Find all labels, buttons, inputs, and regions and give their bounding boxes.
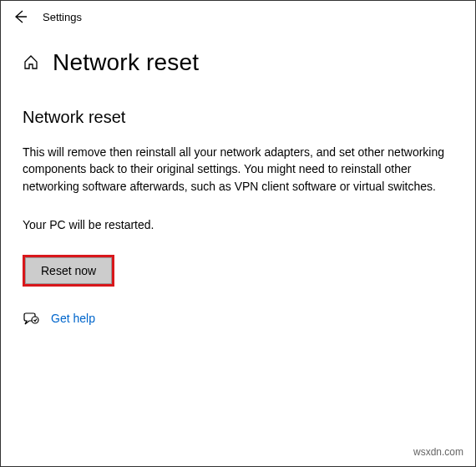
back-button[interactable]	[13, 9, 28, 24]
page-title: Network reset	[53, 49, 199, 76]
arrow-left-icon	[13, 9, 28, 24]
watermark: wsxdn.com	[413, 446, 463, 458]
description-text: This will remove then reinstall all your…	[23, 144, 448, 195]
svg-point-0	[32, 317, 38, 323]
help-icon	[23, 310, 39, 327]
section-heading: Network reset	[23, 108, 453, 127]
get-help-link[interactable]: Get help	[51, 312, 95, 325]
restart-note: Your PC will be restarted.	[23, 218, 453, 231]
reset-button-highlight: Reset now	[23, 255, 114, 287]
home-icon[interactable]	[23, 54, 39, 71]
reset-now-button[interactable]: Reset now	[25, 257, 112, 284]
header-title: Settings	[43, 11, 82, 23]
